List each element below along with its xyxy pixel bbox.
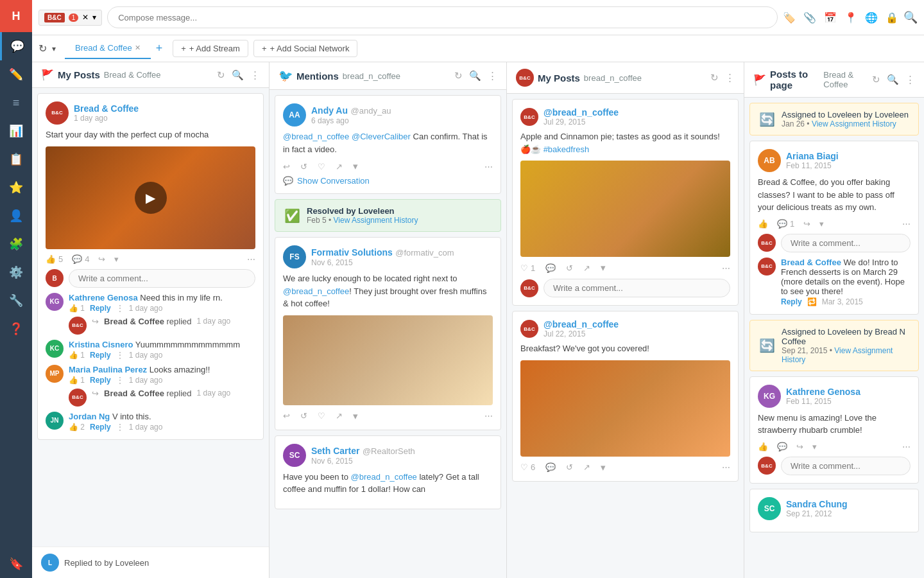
author-name[interactable]: @bread_n_coffee — [543, 107, 619, 118]
like-tweet-icon[interactable]: ♡ 1 — [520, 263, 535, 273]
sidebar-item-apps[interactable]: 🧩 — [0, 230, 32, 258]
comment-input[interactable] — [781, 457, 911, 475]
more-tweet-icon[interactable]: ⋯ — [722, 462, 730, 472]
author-name[interactable]: Ariana Biagi — [786, 151, 839, 161]
view-assignment-history-link[interactable]: View Assignment History — [812, 119, 896, 128]
reply-tweet-icon[interactable]: ↩ — [283, 162, 290, 171]
search-col-icon[interactable]: 🔍 — [232, 69, 244, 81]
comment-input[interactable] — [69, 269, 255, 288]
like-tweet-icon[interactable]: ♡ — [318, 162, 325, 171]
comment-action[interactable]: 💬 1 — [777, 219, 794, 229]
like-comment-icon[interactable]: 👍 1 — [69, 376, 85, 385]
more-comment-icon[interactable]: ⋮ — [116, 304, 124, 313]
attach-icon[interactable]: 📎 — [803, 12, 816, 24]
like-action[interactable]: 👍 — [758, 442, 768, 451]
author-name[interactable]: Bread & Coffee — [74, 103, 139, 114]
more-post-action[interactable]: ⋯ — [902, 219, 911, 229]
more-col-icon[interactable]: ⋮ — [488, 70, 497, 82]
view-assignment-history-link[interactable]: View Assignment History — [782, 346, 893, 364]
like-tweet-icon[interactable]: ♡ 6 — [520, 462, 535, 472]
globe-icon[interactable]: 🌐 — [865, 12, 878, 24]
more-col-icon[interactable]: ⋮ — [905, 74, 915, 85]
refresh-col-icon[interactable]: ↻ — [872, 74, 880, 85]
retweet-icon[interactable]: ↺ — [566, 462, 573, 472]
topbar-tab[interactable]: B&C 1 ✕ ▾ — [38, 10, 102, 26]
location-icon[interactable]: 📍 — [844, 12, 857, 24]
active-tab[interactable]: Bread & Coffee ✕ — [65, 38, 151, 59]
share-dropdown-icon[interactable]: ▾ — [353, 410, 358, 422]
sidebar-item-tools[interactable]: 🔧 — [0, 286, 32, 315]
more-post-action[interactable]: ⋯ — [247, 254, 255, 264]
calendar-icon[interactable]: 📅 — [824, 12, 837, 24]
add-stream-button[interactable]: + + Add Stream — [173, 40, 248, 57]
like-comment-icon[interactable]: 👍 1 — [69, 304, 85, 313]
more-post-action[interactable]: ⋯ — [902, 442, 911, 451]
comment-input[interactable] — [543, 279, 730, 297]
reply-button[interactable]: Reply — [90, 376, 111, 385]
comment-tweet-icon[interactable]: 💬 — [545, 263, 556, 273]
show-conversation-button[interactable]: 💬 Show Conversation — [283, 176, 493, 186]
add-social-button[interactable]: + + Add Social Network — [253, 40, 358, 57]
search-col-icon[interactable]: 🔍 — [887, 74, 899, 85]
more-comment-icon[interactable]: ⋮ — [116, 376, 124, 385]
share-dropdown-icon[interactable]: ▾ — [114, 254, 119, 264]
share-dropdown-icon[interactable]: ▾ — [353, 161, 358, 172]
tab-dropdown-icon[interactable]: ▾ — [92, 13, 96, 22]
tag-icon[interactable]: 🏷️ — [783, 12, 796, 24]
sidebar-item-help[interactable]: ❓ — [0, 315, 32, 343]
mention-link[interactable]: @bread_n_coffee — [283, 132, 349, 141]
compose-input[interactable] — [107, 6, 778, 28]
reply-button[interactable]: Reply — [90, 423, 111, 432]
reply-button[interactable]: Reply — [90, 351, 111, 360]
share-tweet-icon[interactable]: ↗ — [336, 411, 343, 421]
sidebar-item-tasks[interactable]: 📋 — [0, 145, 32, 173]
comment-input[interactable] — [781, 234, 911, 252]
topbar-search-icon[interactable]: 🔍 — [903, 10, 918, 24]
share-dropdown-icon[interactable]: ▾ — [812, 442, 817, 451]
mention-link[interactable]: @bread_n_coffee — [351, 472, 417, 482]
tab-close-icon[interactable]: ✕ — [82, 13, 89, 22]
like-action[interactable]: 👍 5 — [46, 254, 63, 264]
commenter-name[interactable]: Maria Paulina Perez — [69, 365, 147, 374]
like-action[interactable]: 👍 — [758, 219, 768, 229]
share-action[interactable]: ↪ — [98, 254, 105, 264]
hashtag-link[interactable]: #bakedfresh — [543, 144, 590, 154]
refresh-col-icon[interactable]: ↻ — [217, 69, 225, 81]
share-dropdown-icon[interactable]: ▾ — [601, 262, 606, 274]
reply-button[interactable]: Reply — [90, 304, 111, 313]
share-dropdown-icon[interactable]: ▾ — [819, 219, 824, 229]
like-tweet-icon[interactable]: ♡ — [318, 411, 325, 421]
more-tweet-icon[interactable]: ⋯ — [484, 411, 493, 421]
share-action[interactable]: ↪ — [796, 442, 803, 451]
add-tab-icon[interactable]: + — [156, 42, 163, 55]
refresh-col-icon[interactable]: ↻ — [710, 72, 719, 83]
retweet-icon[interactable]: ↺ — [566, 263, 573, 273]
share-dropdown-icon[interactable]: ▾ — [601, 462, 606, 473]
sidebar-item-chat[interactable]: 💬 — [0, 32, 32, 60]
sidebar-item-bookmark[interactable]: 🔖 — [0, 550, 32, 578]
refresh-icon[interactable]: ↻ — [38, 42, 47, 55]
sidebar-item-settings[interactable]: ⚙️ — [0, 258, 32, 286]
mention-link2[interactable]: @CleverCaliber — [352, 132, 411, 141]
sidebar-item-star[interactable]: ⭐ — [0, 173, 32, 202]
reply-button[interactable]: Reply — [781, 297, 802, 306]
play-button[interactable]: ▶ — [135, 182, 167, 214]
author-name[interactable]: Andy Au — [311, 105, 348, 116]
sidebar-item-compose[interactable]: ✏️ — [0, 60, 32, 89]
sidebar-item-streams[interactable]: ≡ — [0, 89, 32, 117]
tabbar-dropdown[interactable]: ▾ — [52, 44, 56, 53]
author-name[interactable]: Sandra Chung — [786, 499, 848, 509]
share-tweet-icon[interactable]: ↗ — [583, 462, 590, 472]
comment-action[interactable]: 💬 4 — [72, 254, 89, 264]
share-tweet-icon[interactable]: ↗ — [583, 263, 590, 273]
author-name[interactable]: Seth Carter — [311, 446, 359, 456]
lock-icon[interactable]: 🔒 — [886, 12, 898, 24]
more-tweet-icon[interactable]: ⋯ — [484, 162, 493, 171]
commenter-name[interactable]: Kathrene Genosa — [69, 293, 138, 302]
search-col-icon[interactable]: 🔍 — [469, 70, 481, 82]
comment-tweet-icon[interactable]: 💬 — [545, 462, 556, 472]
comment-action[interactable]: 💬 — [777, 442, 787, 451]
commenter-name[interactable]: Jordan Ng — [69, 412, 110, 421]
more-col-icon[interactable]: ⋮ — [250, 69, 260, 81]
like-comment-icon[interactable]: 👍 1 — [69, 351, 85, 360]
